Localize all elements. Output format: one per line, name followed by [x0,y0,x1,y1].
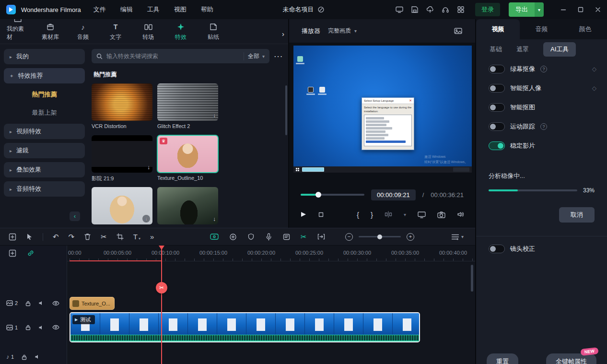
menu-help[interactable]: 帮助 [201,5,213,14]
effect-thumbnail[interactable]: ↓ [157,83,218,121]
mark-in-button[interactable]: { [357,211,359,219]
compare-view-icon[interactable] [454,27,463,35]
motion-tracking-toggle[interactable] [489,122,505,131]
export-dropdown-icon[interactable]: ▾ [535,2,544,17]
quality-dropdown[interactable]: 完整画质 ▾ [328,27,357,35]
split-scissors-icon[interactable]: ✂ [101,233,107,241]
keyframe-diamond-icon[interactable]: ◇ [592,66,596,72]
help-icon[interactable]: ? [540,123,547,130]
keyframe-diamond-icon[interactable]: ◇ [592,85,596,92]
smart-edit-tool-icon[interactable] [210,233,219,240]
greenscreen-toggle[interactable] [489,65,505,73]
help-icon[interactable]: ? [540,66,547,72]
cancel-button[interactable]: 取消 [559,207,595,223]
effect-item[interactable]: VCR Distortion [92,83,152,129]
track-manager-icon[interactable] [451,234,459,240]
cloud-upload-icon[interactable] [426,6,434,13]
chevron-down-icon[interactable]: ▾ [404,212,406,217]
ripple-edit-icon[interactable] [317,234,325,240]
redo-icon[interactable]: ↷ [69,233,75,241]
menu-edit[interactable]: 编辑 [120,5,133,14]
reset-button[interactable]: 重置 [487,353,518,364]
sidebar-collapse-button[interactable]: ‹ [70,211,80,221]
subtab-mask[interactable]: 遮罩 [516,45,529,54]
close-button[interactable] [595,6,601,13]
save-icon[interactable] [411,6,419,13]
undo-icon[interactable]: ↶ [53,233,59,241]
split-at-playhead-button[interactable]: ✂ [156,282,167,294]
lock-track-icon[interactable] [21,354,27,360]
stop-button[interactable] [318,211,324,218]
stabilization-toggle[interactable] [489,141,505,150]
tab-video-props[interactable]: 视频 [476,19,520,39]
voiceover-mic-icon[interactable] [265,233,272,241]
subtitle-notes-icon[interactable] [283,234,290,240]
effect-item[interactable]: ♛ Texture_Outline_10 [157,135,218,181]
volume-icon[interactable] [457,211,465,218]
playhead[interactable]: ✂ [161,246,162,364]
add-resource-icon[interactable] [9,233,16,241]
menu-file[interactable]: 文件 [93,5,106,14]
seek-knob[interactable] [315,192,321,198]
effect-item[interactable]: ↓ [157,187,218,233]
mute-track-icon[interactable] [38,300,45,306]
sidebar-item-audio-effects[interactable]: ▸ 音頻特效 [4,181,85,197]
seek-slider[interactable] [301,194,364,196]
tab-color-props[interactable]: 颜色 [563,19,607,39]
text-tool-icon[interactable]: T▾ [133,233,140,241]
menu-view[interactable]: 视图 [174,5,187,14]
zoom-in-button[interactable]: + [407,233,414,241]
mark-out-button[interactable]: } [371,211,373,219]
delete-icon[interactable] [84,233,91,240]
tab-transitions[interactable]: 转场 [137,23,159,41]
effect-thumbnail[interactable]: ↓ [92,135,152,173]
more-options-button[interactable]: ··· [274,53,283,60]
zoom-out-button[interactable]: − [345,233,353,241]
search-filter-dropdown[interactable]: 全部 ▾ [244,52,265,60]
effect-item[interactable]: ↓ [92,187,152,233]
timeline-ruler[interactable]: 00:00 00:00:05:00 00:00:10:00 00:00:15:0… [67,246,475,261]
login-button[interactable]: 登录 [475,3,500,16]
screen-recorder-icon[interactable] [396,6,403,13]
export-button[interactable]: 导出 ▾ [509,2,544,17]
tabs-expand-chevron-icon[interactable]: › [282,30,284,38]
snapshot-camera-icon[interactable] [437,211,445,218]
display-device-icon[interactable] [418,211,426,218]
split-preview-icon[interactable] [385,211,392,218]
effect-thumbnail[interactable]: ↓ [157,187,218,224]
smart-cut-scissors-icon[interactable]: ✂ [301,233,307,241]
effect-thumbnail-selected[interactable]: ♛ [157,135,218,173]
tab-audio-props[interactable]: 音频 [520,19,563,39]
lock-track-icon[interactable] [25,324,31,330]
lock-track-icon[interactable] [25,300,31,306]
tab-stock-library[interactable]: 素材库 [39,23,61,41]
effect-item[interactable]: ↓ Glitch Effect 2 [157,83,218,129]
zoom-knob[interactable] [377,235,382,239]
all-keyframes-button[interactable]: 全键帧属性 NEW [546,353,596,364]
pip-clip[interactable]: Texture_O... [70,297,115,310]
search-input[interactable] [106,53,240,59]
support-headset-icon[interactable] [442,6,449,13]
chevron-down-icon[interactable]: ▾ [461,234,464,239]
sidebar-item-mine[interactable]: ▸ 我的 [4,49,85,64]
crop-icon[interactable] [117,233,124,240]
lens-correction-toggle[interactable] [489,245,505,253]
effects-scrollbar[interactable] [285,85,287,135]
subtab-basic[interactable]: 基础 [490,45,502,54]
smart-cutout-toggle[interactable] [489,103,505,112]
add-marker-icon[interactable] [9,249,16,257]
effect-item[interactable]: ↓ 影院 21:9 [92,135,152,181]
subtab-ai-tools[interactable]: AI工具 [543,42,576,57]
sidebar-subitem-newest[interactable]: 最新上架 [4,106,85,120]
ai-enhance-icon[interactable] [229,233,237,241]
sidebar-item-filters[interactable]: ▸ 濾鏡 [4,143,85,158]
hide-track-icon[interactable] [52,325,59,330]
minimize-button[interactable] [560,6,567,13]
apps-grid-icon[interactable] [457,6,465,13]
sidebar-item-overlays[interactable]: ▸ 叠加效果 [4,162,85,177]
effect-thumbnail[interactable] [92,83,152,121]
timeline-zoom-slider[interactable] [359,236,401,237]
tab-text[interactable]: T 文字 [105,23,127,41]
play-button[interactable] [300,211,306,218]
menu-tools[interactable]: 工具 [147,5,160,14]
